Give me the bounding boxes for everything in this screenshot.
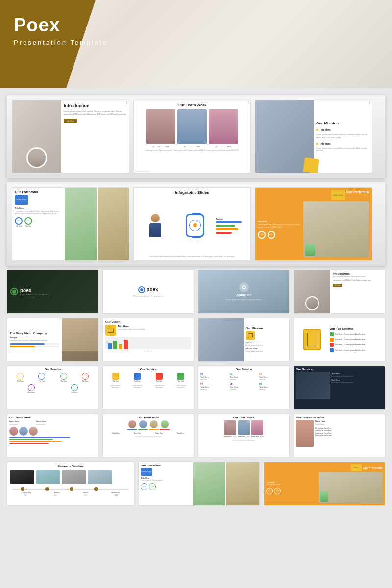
slide-dark-logo[interactable]: poex Presentation Template: [7, 270, 98, 314]
team-names-row: Name Here - 2014 Name Here - 2015 Name H…: [136, 146, 248, 148]
service2-icons-top: Text Here Text Here Text Here Text Here: [105, 373, 192, 382]
svc-icon-circle-3: [60, 373, 67, 380]
benefit-item-1: Text Here — Lorem ipsum benefits item: [330, 332, 383, 336]
slide-service-outline[interactable]: Our Service Title Here Title Here Title …: [7, 366, 98, 410]
timeline-dot-1: [21, 487, 24, 491]
slide-about-us[interactable]: About Us Lorem ipsum text about company …: [198, 270, 290, 314]
slide-portfolio-1[interactable]: Our Portofolio Portfolio Project Title H…: [12, 187, 129, 261]
slide-story[interactable]: The Story About Company Analyze Lorem ip…: [7, 318, 98, 362]
service3-grid: 01 Text Here lorem text 02 Text Here lor…: [200, 372, 287, 391]
svc3-num-06: 06: [259, 382, 287, 385]
team-bars-people: Name Here Lorem ipsum Name Here Lorem ip…: [9, 420, 96, 425]
team-ptitle-1: Lorem ipsum: [9, 423, 35, 425]
slide-portfolio-blue-bottom[interactable]: Our Portofolio Portfolio Project Title H…: [138, 462, 260, 506]
team-icons-layout: Our Team Work: [103, 414, 194, 457]
circle-pct-2: 10%: [24, 217, 32, 225]
slide-service-dark[interactable]: Our Service Text Here Lorem ipsum text d…: [294, 366, 385, 410]
slide-portfolio-2[interactable]: Portfolio Project Our Portofolio Title H…: [255, 187, 372, 261]
slide-infographic[interactable]: Infographic Slides: [133, 187, 251, 261]
meet-team-layout: Meet Personal Team Name Here Social Name…: [294, 414, 385, 457]
portfolio2-body: Lorem ipsum from section label Lorem ips…: [258, 224, 302, 229]
svc2-desc-1: Lorem text here description: [109, 385, 122, 389]
team-avatar-1: [9, 427, 18, 436]
story-analyze: Analyze: [10, 336, 59, 339]
team-pname-2: Name Here: [36, 420, 62, 423]
svc2-item-2: Text Here: [134, 373, 141, 382]
timeline-label-1: Company Stat: [22, 492, 31, 494]
meet-stat-2: Lorem ipsum Name Here: [315, 430, 383, 432]
benefit-item-2: Text Here — Lorem ipsum benefits item: [330, 338, 383, 342]
svc3-label-05: Text Here: [230, 386, 258, 388]
team-ptitle-2: Lorem ipsum: [36, 423, 62, 425]
slide-our-vision[interactable]: Our Vision Title Here Lorem ipsum vision…: [102, 318, 194, 362]
service4-content: Text Here Lorem ipsum text description h…: [296, 372, 383, 399]
slide-intro-small[interactable]: Introduction Analyze Lorem ipsum from se…: [294, 270, 385, 314]
go-view-button[interactable]: Go View: [64, 119, 77, 123]
slide-service-colored[interactable]: Our Service Text Here Text Here Text Her…: [102, 366, 194, 410]
intro-go-view[interactable]: Go View: [333, 284, 342, 287]
svc2-label-3: Text Here: [156, 380, 162, 382]
timeline-title: Company Timeline: [10, 465, 131, 467]
intro-small-title: Introduction: [333, 272, 382, 275]
slide-team-bars[interactable]: Our Team Work Name Here Lorem ipsum Name…: [7, 414, 98, 458]
svc2-label-1: Text Here: [113, 380, 119, 382]
service2-layout: Our Service Text Here Text Here Text Her…: [103, 366, 194, 409]
portfolio1-subtitle: Title Here: [15, 207, 62, 209]
team-icon-bar-3: [149, 429, 159, 430]
portfolio2-content: Title Here Lorem ipsum from section labe…: [258, 201, 369, 258]
slide-team-icons[interactable]: Our Team Work: [102, 414, 194, 458]
intro-small-text: Introduction Analyze Lorem ipsum from se…: [330, 270, 385, 313]
team-icon-person-1: [127, 420, 137, 430]
port-orange-header: Portfolio Our Portofolio: [266, 464, 383, 471]
portfolio2-image: [303, 201, 369, 258]
team3-photo-1: [224, 420, 236, 435]
meet-stat-1: Lorem ipsum Name Here: [315, 427, 383, 429]
about-icon-inner: [242, 285, 246, 289]
slide-timeline[interactable]: Company Timeline Company Stat: [7, 462, 134, 506]
port-blue-text: Our Portofolio Portfolio Project Title H…: [139, 462, 193, 505]
small-slides-row-2: The Story About Company Analyze Lorem ip…: [7, 318, 385, 362]
team3-photo-2: [238, 420, 250, 435]
slide-introduction[interactable]: Introduction Lorem ipsum content from se…: [12, 100, 129, 173]
white-logo-icon: [138, 286, 145, 293]
benefit-text-2: Text Here — Lorem ipsum benefits item: [335, 339, 365, 341]
slide-team-3photos[interactable]: Our Team Work Name Here - 2014 Name Here…: [198, 414, 290, 458]
svc3-desc-03: lorem text: [259, 379, 287, 381]
service4-title: Our Service: [296, 368, 383, 371]
slide-service-numbered[interactable]: Our Service 01 Text Here lorem text 02 T…: [198, 366, 290, 410]
team-icon-avatar-1: [128, 420, 136, 428]
team-photos-row: [136, 109, 248, 144]
vision-layout: Our Vision Title Here Lorem ipsum vision…: [103, 318, 194, 361]
slide-our-mission[interactable]: Our Mission Title Here Lorem ipsum from …: [255, 100, 372, 173]
svc2-item-4: Text Here: [177, 373, 184, 382]
about-layout: About Us Lorem ipsum text about company …: [198, 270, 289, 313]
mission-item-text-2: Lorem ipsum from section Dimine a corpor…: [316, 147, 369, 152]
dark-logo-layout: poex Presentation Template: [7, 270, 98, 313]
slide-portfolio-orange-bottom[interactable]: Portfolio Our Portofolio Title Here Lore…: [264, 462, 385, 506]
port-blue-body: Lorem ipsum title here description: [141, 480, 191, 482]
story-image: [62, 318, 98, 361]
svc-icon-circle-1: [17, 373, 24, 380]
mission-small-img: [198, 318, 244, 361]
slide-white-logo[interactable]: poex Presentation Template: [102, 270, 194, 314]
team-slide-layout: Our Team Work Name Here - 2014 Name Here…: [134, 100, 250, 173]
portfolio2-yellow-box: Portfolio Project: [331, 190, 345, 200]
vision-content: Title Here Lorem ipsum vision text here …: [105, 325, 191, 336]
service-icon-2: Title Here: [38, 373, 45, 382]
slide-top-benefits[interactable]: Our Top Benefits Text Here — Lorem ipsum…: [294, 318, 385, 362]
benefits-checklist: Text Here — Lorem ipsum benefits item Te…: [330, 332, 383, 352]
mission-small-text: Our Mission 01 Title Here Lorem ipsum te…: [244, 318, 290, 361]
tname-4: Name Here: [177, 432, 184, 434]
svc3-label-03: Text Here: [259, 376, 287, 378]
slide-meet-team[interactable]: Meet Personal Team Name Here Social Name…: [294, 414, 385, 458]
slide-mission-small[interactable]: Our Mission 01 Title Here Lorem ipsum te…: [198, 318, 290, 362]
check-blue-4: [330, 348, 334, 352]
slide-team-work[interactable]: Our Team Work Name Here - 2014 Name Here…: [133, 100, 251, 173]
timeline-year-1: 2009: [24, 494, 27, 496]
portfolio1-box-label: Portfolio Project: [16, 199, 26, 201]
port-blue-title: Our Portofolio: [141, 464, 191, 467]
svc3-desc-01: lorem text: [200, 379, 228, 381]
svc2-icon-1: [112, 373, 119, 380]
team3-title: Our Team Work: [200, 416, 287, 419]
team-bar-blue: [9, 437, 70, 438]
